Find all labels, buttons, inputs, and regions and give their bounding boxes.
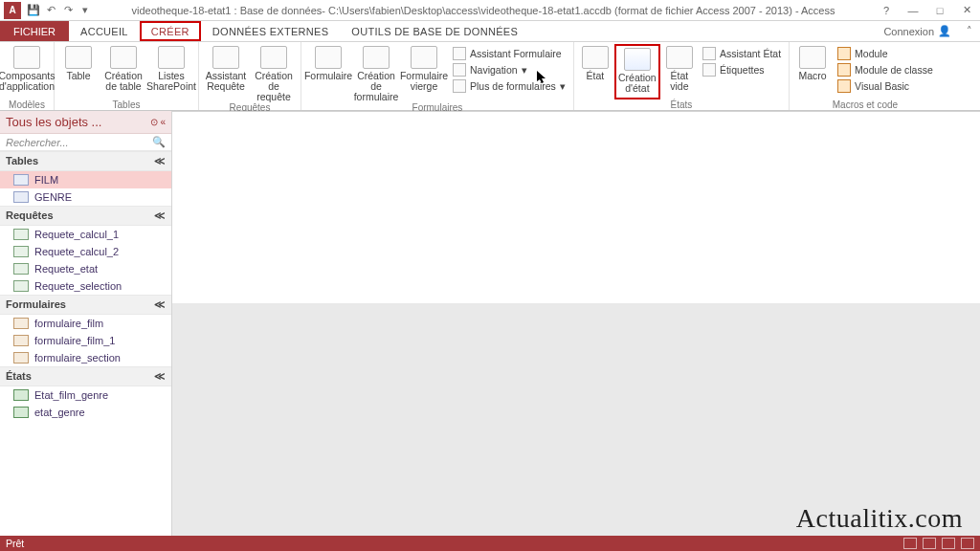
window-restore-icon[interactable]: □: [926, 1, 953, 20]
table-icon: [13, 191, 29, 203]
group-label-macros: Macros et code: [793, 99, 937, 111]
nav-item-rq3[interactable]: Requete_etat: [0, 260, 171, 277]
collapse-icon: ≪: [154, 155, 166, 167]
class-module-button[interactable]: Module de classe: [834, 62, 937, 77]
ribbon-group-reports: État Création d'état État vide Assistant…: [574, 42, 790, 110]
status-text: Prêt: [6, 538, 24, 549]
title-bar: A 💾 ↶ ↷ ▾ videotheque-18-etat1 : Base de…: [0, 0, 980, 21]
query-icon: [13, 263, 29, 275]
sign-in-link[interactable]: Connexion👤: [876, 21, 959, 41]
query-icon: [13, 246, 29, 257]
tab-database-tools[interactable]: OUTILS DE BASE DE DONNÉES: [340, 21, 529, 41]
nav-item-f1[interactable]: formulaire_film: [0, 315, 171, 332]
nav-item-film[interactable]: FILM: [0, 171, 171, 188]
form-design-button[interactable]: Création de formulaire: [353, 44, 399, 102]
tab-external-data[interactable]: DONNÉES EXTERNES: [201, 21, 341, 41]
report-wizard-button[interactable]: Assistant État: [699, 46, 785, 61]
form-wizard-button[interactable]: Assistant Formulaire: [449, 46, 569, 61]
watermark-text: Actualitix.com: [796, 503, 963, 534]
document-canvas: [172, 111, 980, 536]
nav-item-rq1[interactable]: Requete_calcul_1: [0, 226, 171, 243]
qat-undo-icon[interactable]: ↶: [42, 2, 59, 19]
blank-form-button[interactable]: Formulaire vierge: [401, 44, 447, 99]
ribbon-group-macros: Macro Module Module de classe Visual Bas…: [790, 42, 941, 110]
nav-item-r1[interactable]: Etat_film_genre: [0, 386, 171, 404]
view-icon-2[interactable]: [923, 538, 936, 549]
user-icon: 👤: [938, 25, 951, 37]
tab-file[interactable]: FICHIER: [0, 21, 69, 41]
window-close-icon[interactable]: ✕: [953, 1, 980, 20]
query-icon: [13, 229, 29, 240]
nav-search-placeholder: Rechercher...: [6, 137, 69, 148]
report-button[interactable]: État: [578, 44, 612, 99]
qat-redo-icon[interactable]: ↷: [59, 2, 77, 19]
ribbon-tabs: FICHIER ACCUEIL CRÉER DONNÉES EXTERNES O…: [0, 21, 980, 42]
query-icon: [13, 280, 29, 292]
window-minimize-icon[interactable]: —: [900, 1, 926, 20]
visual-basic-button[interactable]: Visual Basic: [834, 78, 937, 94]
tab-create[interactable]: CRÉER: [140, 21, 201, 41]
query-wizard-button[interactable]: Assistant Requête: [203, 44, 249, 99]
ribbon-group-queries: Assistant Requête Création de requête Re…: [199, 42, 301, 110]
nav-group-reports[interactable]: États≪: [0, 366, 171, 386]
ribbon: Composants d'application Modèles Table C…: [0, 42, 980, 111]
ribbon-group-forms: Formulaire Création de formulaire Formul…: [301, 42, 574, 110]
report-design-button[interactable]: Création d'état: [614, 44, 660, 99]
tab-home[interactable]: ACCUEIL: [69, 21, 140, 41]
chevron-down-icon: ▾: [522, 64, 527, 76]
nav-pane-header[interactable]: Tous les objets ... ⊙ «: [0, 111, 171, 134]
ribbon-collapse-icon[interactable]: ˄: [959, 21, 980, 41]
navigation-form-button[interactable]: Navigation ▾: [449, 62, 569, 77]
form-icon: [13, 318, 29, 329]
nav-item-genre[interactable]: GENRE: [0, 188, 171, 206]
nav-item-r2[interactable]: etat_genre: [0, 404, 171, 421]
nav-search-box[interactable]: Rechercher... 🔍: [0, 134, 171, 151]
collapse-icon: ≪: [154, 370, 166, 383]
table-design-button[interactable]: Création de table: [100, 44, 146, 99]
report-icon: [13, 389, 29, 401]
qat-customize-icon[interactable]: ▾: [77, 2, 94, 19]
nav-item-rq4[interactable]: Requete_selection: [0, 277, 171, 295]
collapse-icon: ≪: [154, 209, 166, 222]
blank-report-button[interactable]: État vide: [662, 44, 697, 99]
chevron-down-icon: ▾: [560, 80, 566, 92]
group-label-tables: Tables: [58, 99, 194, 111]
group-label-models: Modèles: [4, 99, 50, 111]
view-icon-1[interactable]: [903, 538, 917, 549]
navigation-pane: Tous les objets ... ⊙ « Rechercher... 🔍 …: [0, 111, 172, 536]
help-icon[interactable]: ?: [873, 1, 900, 20]
form-icon: [13, 335, 29, 346]
group-label-reports: États: [578, 99, 785, 111]
form-icon: [13, 352, 29, 364]
view-icon-3[interactable]: [942, 538, 955, 549]
nav-group-forms[interactable]: Formulaires≪: [0, 295, 171, 315]
nav-group-queries[interactable]: Requêtes≪: [0, 206, 171, 226]
access-app-icon: A: [4, 2, 21, 19]
more-forms-button[interactable]: Plus de formulaires ▾: [449, 78, 569, 94]
table-icon: [13, 174, 29, 186]
window-title: videotheque-18-etat1 : Base de données- …: [94, 5, 873, 16]
sharepoint-lists-button[interactable]: Listes SharePoint: [148, 44, 194, 99]
qat-save-icon[interactable]: 💾: [25, 2, 42, 19]
nav-group-tables[interactable]: Tables≪: [0, 151, 171, 171]
table-button[interactable]: Table: [58, 44, 99, 99]
module-button[interactable]: Module: [834, 46, 937, 61]
nav-item-f2[interactable]: formulaire_film_1: [0, 332, 171, 349]
query-design-button[interactable]: Création de requête: [251, 44, 297, 102]
form-button[interactable]: Formulaire: [305, 44, 351, 99]
view-icon-4[interactable]: [961, 538, 974, 549]
nav-item-rq2[interactable]: Requete_calcul_2: [0, 243, 171, 260]
view-switcher[interactable]: [903, 538, 974, 549]
nav-collapse-icon[interactable]: ⊙ «: [150, 117, 166, 127]
ribbon-group-models: Composants d'application Modèles: [0, 42, 55, 110]
status-bar: Prêt: [0, 536, 980, 551]
report-icon: [13, 407, 29, 418]
nav-item-f3[interactable]: formulaire_section: [0, 349, 171, 366]
app-parts-button[interactable]: Composants d'application: [4, 44, 50, 99]
labels-button[interactable]: Étiquettes: [699, 62, 785, 77]
ribbon-group-tables: Table Création de table Listes SharePoin…: [55, 42, 199, 110]
main-area: Tous les objets ... ⊙ « Rechercher... 🔍 …: [0, 111, 980, 536]
macro-button[interactable]: Macro: [793, 44, 832, 99]
collapse-icon: ≪: [154, 298, 166, 311]
search-icon[interactable]: 🔍: [152, 136, 166, 148]
